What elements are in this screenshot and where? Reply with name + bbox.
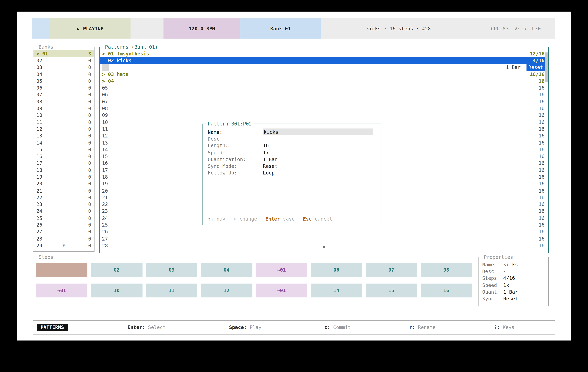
bank-pattern-count: 0 <box>88 147 91 152</box>
bank-row-18[interactable]: 180 <box>33 167 94 173</box>
modal-hint-label: cancel <box>312 216 332 222</box>
bank-row-24[interactable]: 240 <box>33 208 94 215</box>
modal-field-followup[interactable]: Follow Up:Loop <box>208 170 376 176</box>
bank-number: 09 <box>36 106 42 111</box>
pattern-number: 07 <box>102 99 108 104</box>
pattern-row-left: 18 <box>102 174 108 180</box>
pattern-step-count: 16 <box>539 174 545 180</box>
pattern-row-05[interactable]: 0516 <box>100 84 548 91</box>
pattern-number: 15 <box>102 154 108 159</box>
bank-row-19[interactable]: 190 <box>33 173 94 181</box>
transport-label: ► PLAYING <box>77 26 104 31</box>
modal-field-length[interactable]: Length:16 <box>208 142 376 149</box>
step-cell-13[interactable]: →01 <box>256 283 307 297</box>
step-cell-15[interactable]: 15 <box>366 283 417 297</box>
modal-field-speed[interactable]: Speed:1x <box>208 149 376 156</box>
bank-row-16[interactable]: 160 <box>33 153 94 160</box>
bank-row-23[interactable]: 230 <box>33 201 94 208</box>
modal-field-syncmode[interactable]: Sync Mode:Reset <box>208 163 376 170</box>
bank-row-04[interactable]: 040 <box>33 71 94 78</box>
step-cell-02[interactable]: 02 <box>91 263 142 277</box>
pattern-row-01[interactable]: >01fmsynthesis12/16 <box>100 50 548 57</box>
pattern-row-left: 11 <box>102 126 108 132</box>
modal-field-name[interactable]: Name:kicks <box>208 129 376 135</box>
property-value: - <box>503 269 506 274</box>
step-cell-06[interactable]: 06 <box>311 263 362 277</box>
step-cell-09[interactable]: →01 <box>36 283 87 297</box>
bank-row-13[interactable]: 130 <box>33 132 94 139</box>
step-cell-03[interactable]: 03 <box>146 263 197 277</box>
bank-row-10[interactable]: 100 <box>33 112 94 119</box>
bank-row-03[interactable]: 030 <box>33 64 94 71</box>
bank-row-14[interactable]: 140 <box>33 139 94 146</box>
bank-row-25[interactable]: 250 <box>33 215 94 222</box>
bank-row-27[interactable]: 270 <box>33 228 94 235</box>
property-label: Steps <box>482 275 503 281</box>
bank-pattern-count: 0 <box>88 154 91 159</box>
bank-row-11[interactable]: 110 <box>33 119 94 126</box>
step-cell-14[interactable]: 14 <box>311 283 362 297</box>
property-quant: Quant1 Bar <box>482 288 547 295</box>
bank-pattern-count: 0 <box>88 201 91 207</box>
patterns-panel-title: Patterns (Bank 01) <box>103 44 160 50</box>
bank-row-20[interactable]: 200 <box>33 181 94 187</box>
pattern-row-02[interactable]: 02kicks4/16 <box>100 57 548 64</box>
pattern-row-07[interactable]: 0716 <box>100 98 548 105</box>
bank-row-29[interactable]: 29▼0 <box>33 242 94 249</box>
pattern-number: 24 <box>102 215 108 221</box>
bank-row-15[interactable]: 150 <box>33 146 94 153</box>
pattern-name: kicks <box>117 58 131 63</box>
properties-list: NamekicksDesc-Steps4/16Speed1xQuant1 Bar… <box>482 261 547 302</box>
step-cell-16[interactable]: 16 <box>420 283 472 297</box>
pattern-row-left: 06 <box>102 92 108 98</box>
bank-number: 03 <box>36 64 42 70</box>
modal-hint-cancel: Esc cancel <box>303 216 332 222</box>
pattern-row-09[interactable]: 0916 <box>100 112 548 119</box>
pattern-row-06[interactable]: 0616 <box>100 91 548 98</box>
bank-row-12[interactable]: 120 <box>33 126 94 132</box>
pattern-step-count: 16 <box>539 215 545 221</box>
bank-number: 17 <box>36 161 42 166</box>
banks-panel-title: Banks <box>37 44 55 50</box>
pattern-step-count: 4/16 <box>533 58 545 63</box>
bank-row-22[interactable]: 220 <box>33 194 94 201</box>
bank-row-26[interactable]: 260 <box>33 221 94 228</box>
step-cell-01[interactable] <box>36 263 87 277</box>
step-cell-10[interactable]: 10 <box>91 283 142 297</box>
pattern-cursor-marker <box>102 64 109 71</box>
patterns-scrollbar-thumb[interactable] <box>545 52 548 81</box>
property-value: 1 Bar <box>503 289 518 295</box>
pattern-row-26[interactable]: 2616 <box>100 228 548 235</box>
pattern-step-count: 16 <box>539 106 545 111</box>
step-cell-12[interactable]: 12 <box>201 283 252 297</box>
bank-row-08[interactable]: 080 <box>33 98 94 105</box>
step-cell-04[interactable]: 04 <box>201 263 252 277</box>
bank-row-02[interactable]: 020 <box>33 57 94 64</box>
modal-field-quantization[interactable]: Quantization:1 Bar <box>208 156 376 163</box>
pattern-row-03[interactable]: >03hats16/16 <box>100 71 548 78</box>
bank-row-17[interactable]: 170 <box>33 160 94 167</box>
step-cell-05[interactable]: →01 <box>256 263 307 277</box>
pattern-row-08[interactable]: 0816 <box>100 105 548 112</box>
bank-row-05[interactable]: 050 <box>33 78 94 84</box>
pattern-number: 26 <box>102 229 108 235</box>
step-cell-08[interactable]: 08 <box>420 263 472 277</box>
modal-name-input[interactable]: kicks <box>263 129 373 135</box>
pattern-row-27[interactable]: 2716 <box>100 235 548 242</box>
bank-row-21[interactable]: 210 <box>33 187 94 194</box>
bank-number: 12 <box>36 126 42 132</box>
bank-row-06[interactable]: 060 <box>33 84 94 91</box>
bank-row-07[interactable]: 070 <box>33 91 94 98</box>
bank-row-09[interactable]: 090 <box>33 105 94 112</box>
pattern-row-04[interactable]: >0416 <box>100 78 548 84</box>
separator-dot: · <box>146 26 148 31</box>
bank-row-01[interactable]: > 013 <box>33 50 94 57</box>
step-cell-11[interactable]: 11 <box>146 283 197 297</box>
keybar-hint-select: Enter: Select <box>127 324 166 330</box>
bank-pattern-count: 0 <box>88 71 91 77</box>
modal-field-desc[interactable]: Desc: <box>208 135 376 142</box>
pattern-row-left: 22 <box>102 201 108 207</box>
step-cell-07[interactable]: 07 <box>366 263 417 277</box>
bank-row-28[interactable]: 280 <box>33 235 94 242</box>
property-desc: Desc- <box>482 268 547 275</box>
